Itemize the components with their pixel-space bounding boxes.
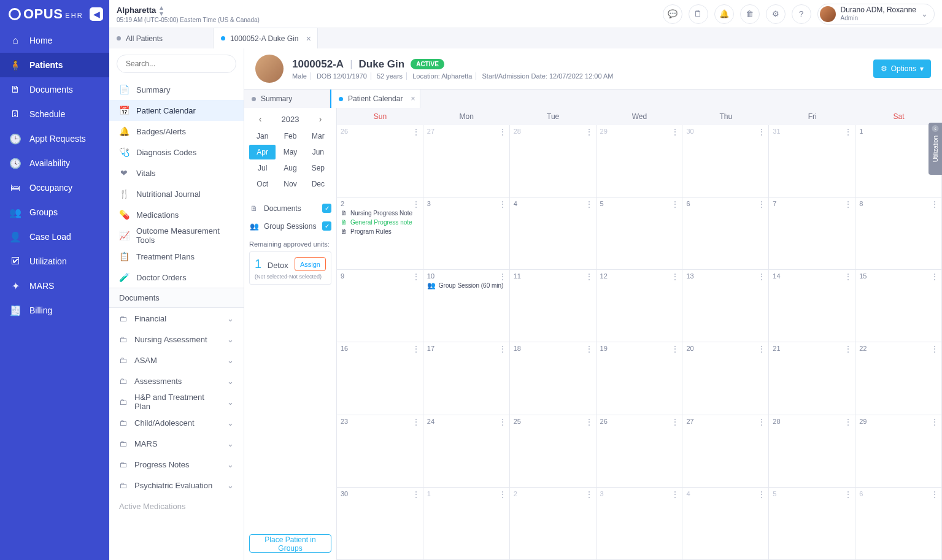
calendar-event[interactable]: 🗎Nursing Progress Note: [341, 209, 419, 217]
calendar-cell[interactable]: 6⋮: [682, 198, 769, 270]
patient-menu-summary[interactable]: 📄Summary: [109, 79, 244, 100]
cell-menu-icon[interactable]: ⋮: [498, 272, 506, 282]
calendar-cell[interactable]: 4⋮: [682, 488, 769, 560]
folder-nursing-assessment[interactable]: 🗀Nursing Assessment⌄: [109, 329, 244, 350]
cell-menu-icon[interactable]: ⋮: [930, 199, 938, 209]
checkbox-icon[interactable]: ✓: [322, 204, 331, 213]
cell-menu-icon[interactable]: ⋮: [671, 344, 679, 354]
patient-menu-treatment-plans[interactable]: 📋Treatment Plans: [109, 246, 244, 267]
calendar-event[interactable]: 👥Group Session (60 min): [427, 282, 506, 290]
patient-menu-badges-alerts[interactable]: 🔔Badges/Alerts: [109, 121, 244, 142]
cell-menu-icon[interactable]: ⋮: [412, 272, 420, 282]
calendar-cell[interactable]: 18⋮: [510, 342, 596, 415]
place-patient-button[interactable]: Place Patient in Groups: [249, 534, 331, 553]
folder-child-adolescent[interactable]: 🗀Child/Adolescent⌄: [109, 412, 244, 433]
patient-menu-patient-calendar[interactable]: 📅Patient Calendar: [109, 100, 244, 121]
cell-menu-icon[interactable]: ⋮: [757, 127, 765, 137]
calendar-cell[interactable]: 23⋮: [337, 415, 423, 488]
nav-item-appt-requests[interactable]: 🕒Appt Requests: [0, 126, 109, 151]
calendar-cell[interactable]: 10⋮👥Group Session (60 min): [423, 270, 510, 342]
month-apr[interactable]: Apr: [249, 145, 276, 159]
calendar-cell[interactable]: 25⋮: [510, 415, 596, 488]
month-nov[interactable]: Nov: [277, 177, 303, 191]
help-icon[interactable]: ?: [792, 4, 811, 24]
calendar-cell[interactable]: 28⋮: [510, 125, 596, 198]
cell-menu-icon[interactable]: ⋮: [844, 344, 852, 354]
cell-menu-icon[interactable]: ⋮: [757, 489, 765, 499]
calendar-cell[interactable]: 15⋮: [855, 270, 942, 342]
month-may[interactable]: May: [277, 145, 303, 159]
calendar-cell[interactable]: 5⋮: [769, 488, 855, 560]
calendar-cell[interactable]: 12⋮: [596, 270, 683, 342]
patient-menu-nutritional-journal[interactable]: 🍴Nutritional Journal: [109, 183, 244, 204]
nav-item-documents[interactable]: 🗎Documents: [0, 77, 109, 102]
cell-menu-icon[interactable]: ⋮: [412, 489, 420, 499]
calendar-cell[interactable]: 3⋮: [423, 198, 510, 270]
month-jan[interactable]: Jan: [249, 129, 276, 144]
month-aug[interactable]: Aug: [277, 161, 303, 175]
month-oct[interactable]: Oct: [249, 177, 276, 191]
gear-icon[interactable]: ⚙: [766, 4, 786, 24]
calendar-cell[interactable]: 27⋮: [682, 415, 769, 488]
folder-psychiatric-evaluation[interactable]: 🗀Psychiatric Evaluation⌄: [109, 475, 244, 496]
cell-menu-icon[interactable]: ⋮: [498, 417, 506, 427]
nav-item-billing[interactable]: 🧾Billing: [0, 298, 109, 323]
cell-menu-icon[interactable]: ⋮: [844, 489, 852, 499]
filter-documents[interactable]: 🗎Documents✓: [249, 204, 331, 213]
cell-menu-icon[interactable]: ⋮: [498, 127, 506, 137]
patient-menu-medications[interactable]: 💊Medications: [109, 204, 244, 225]
calendar-cell[interactable]: 26⋮: [337, 125, 423, 198]
cell-menu-icon[interactable]: ⋮: [930, 417, 938, 427]
folder-assessments[interactable]: 🗀Assessments⌄: [109, 370, 244, 391]
nav-item-groups[interactable]: 👥Groups: [0, 200, 109, 224]
close-icon[interactable]: ×: [306, 34, 311, 44]
cell-menu-icon[interactable]: ⋮: [671, 199, 679, 209]
cell-menu-icon[interactable]: ⋮: [585, 489, 593, 499]
calendar-cell[interactable]: 5⋮: [596, 198, 683, 270]
nav-item-mars[interactable]: ✦MARS: [0, 274, 109, 298]
calendar-cell[interactable]: 9⋮: [337, 270, 423, 342]
utilization-flag[interactable]: Utilization: [928, 123, 942, 175]
calendar-cell[interactable]: 14⋮: [769, 270, 855, 342]
cell-menu-icon[interactable]: ⋮: [671, 489, 679, 499]
month-dec[interactable]: Dec: [305, 177, 331, 191]
calendar-cell[interactable]: 20⋮: [682, 342, 769, 415]
cell-menu-icon[interactable]: ⋮: [585, 127, 593, 137]
month-jun[interactable]: Jun: [305, 145, 331, 159]
cell-menu-icon[interactable]: ⋮: [585, 344, 593, 354]
options-button[interactable]: ⚙ Options ▾: [873, 59, 931, 78]
cell-menu-icon[interactable]: ⋮: [671, 417, 679, 427]
calendar-cell[interactable]: 2⋮🗎Nursing Progress Note🗎General Progres…: [337, 198, 423, 270]
calendar-cell[interactable]: 11⋮: [510, 270, 596, 342]
cell-menu-icon[interactable]: ⋮: [585, 417, 593, 427]
calendar-cell[interactable]: 19⋮: [596, 342, 683, 415]
top-tab[interactable]: 1000052-A Duke Gin×: [214, 28, 318, 48]
month-feb[interactable]: Feb: [277, 129, 303, 144]
trash-icon[interactable]: 🗑: [740, 4, 760, 24]
calendar-cell[interactable]: 16⋮: [337, 342, 423, 415]
calendar-cell[interactable]: 8⋮: [855, 198, 942, 270]
more-item[interactable]: Active Medications: [109, 496, 244, 516]
calendar-cell[interactable]: 4⋮: [510, 198, 596, 270]
month-mar[interactable]: Mar: [305, 129, 331, 144]
nav-item-home[interactable]: ⌂Home: [0, 28, 109, 53]
year-prev[interactable]: ‹: [254, 114, 266, 124]
cell-menu-icon[interactable]: ⋮: [671, 127, 679, 137]
nav-item-utilization[interactable]: 🗹Utilization: [0, 249, 109, 274]
cell-menu-icon[interactable]: ⋮: [498, 344, 506, 354]
calendar-event[interactable]: 🗎Program Rules: [341, 228, 419, 235]
nav-item-availability[interactable]: 🕓Availability: [0, 151, 109, 175]
cell-menu-icon[interactable]: ⋮: [585, 272, 593, 282]
note-icon[interactable]: 🗒: [689, 4, 708, 24]
cell-menu-icon[interactable]: ⋮: [412, 199, 420, 209]
cell-menu-icon[interactable]: ⋮: [757, 199, 765, 209]
cell-menu-icon[interactable]: ⋮: [412, 417, 420, 427]
calendar-cell[interactable]: 6⋮: [855, 488, 942, 560]
cell-menu-icon[interactable]: ⋮: [585, 199, 593, 209]
calendar-cell[interactable]: 1⋮: [423, 488, 510, 560]
folder-progress-notes[interactable]: 🗀Progress Notes⌄: [109, 454, 244, 475]
close-icon[interactable]: ×: [411, 94, 415, 103]
calendar-cell[interactable]: 29⋮: [596, 125, 683, 198]
nav-item-schedule[interactable]: 🗓Schedule: [0, 102, 109, 126]
calendar-cell[interactable]: 27⋮: [423, 125, 510, 198]
